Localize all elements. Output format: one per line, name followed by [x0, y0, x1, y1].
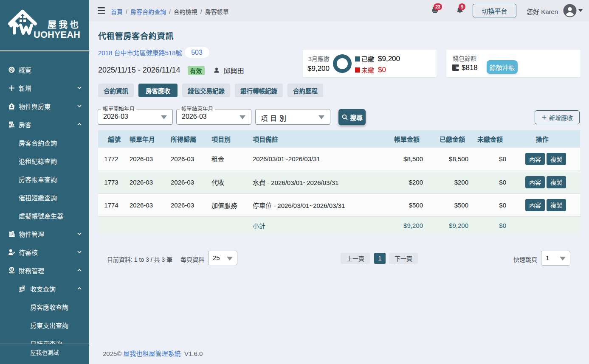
svg-text:$: $	[11, 268, 13, 271]
svg-text:UOHYEAH: UOHYEAH	[34, 29, 80, 40]
svg-text:屋我也: 屋我也	[48, 20, 81, 29]
